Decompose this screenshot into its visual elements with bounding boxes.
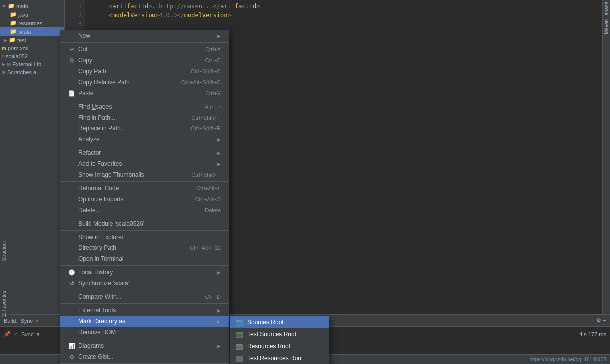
shortcut-paste: Ctrl+V xyxy=(205,90,221,96)
menu-item-show-explorer[interactable]: Show in Explorer xyxy=(60,232,229,243)
menu-item-local-history[interactable]: 🕐 Local History ▶ xyxy=(60,267,229,278)
menu-item-analyze[interactable]: Analyze ▶ xyxy=(60,134,229,145)
shortcut-delete: Delete xyxy=(205,207,221,213)
sidebar-item-scratches[interactable]: ✱ Scratches a... xyxy=(0,68,64,76)
menu-item-replace-in-path[interactable]: Replace in Path... Ctrl+Shift+R xyxy=(60,123,229,134)
menu-item-open-terminal[interactable]: Open in Terminal xyxy=(60,253,229,264)
menu-item-reformat[interactable]: Reformat Code Ctrl+Alt+L xyxy=(60,183,229,194)
menu-item-create-gist[interactable]: ⊙ Create Gist... xyxy=(60,351,229,362)
menu-label-new: New xyxy=(78,32,90,39)
menu-label-mark-dir: Mark Directory as xyxy=(78,318,125,325)
sync-icon: ↺ xyxy=(68,280,75,287)
resources-root-icon xyxy=(235,343,243,350)
menu-item-synchronize[interactable]: ↺ Synchronize 'scala' xyxy=(60,278,229,289)
menu-item-copy-relative-path[interactable]: Copy Relative Path Ctrl+Alt+Shift+C xyxy=(60,77,229,88)
sidebar-item-resources[interactable]: 📁 resources xyxy=(0,19,64,27)
menu-label-dir-path: Directory Path xyxy=(78,244,116,251)
menu-item-find-in-path[interactable]: Find in Path... Ctrl+Shift+F xyxy=(60,112,229,123)
menu-label-gist: Create Gist... xyxy=(78,353,114,360)
folder-icon: 📁 xyxy=(9,37,16,43)
submenu-item-test-sources-root[interactable]: Test Sources Root xyxy=(230,328,329,340)
sidebar-item-pom[interactable]: m pom.xml xyxy=(0,44,64,52)
menu-item-external-tools[interactable]: External Tools ▶ xyxy=(60,305,229,316)
submenu-item-resources-root[interactable]: Resources Root xyxy=(230,340,329,352)
separator xyxy=(60,303,229,304)
sidebar-label-scala: scala xyxy=(18,29,31,35)
menu-label-optimize: Optimize Imports xyxy=(78,196,124,203)
separator xyxy=(60,42,229,43)
menu-label-external-tools: External Tools xyxy=(78,307,116,314)
right-panel-label-maven[interactable]: Maven xyxy=(603,17,610,36)
svg-rect-6 xyxy=(236,346,242,349)
sidebar-label-scratches: Scratches a... xyxy=(7,69,41,75)
sidebar-item-scala[interactable]: 📁 scala xyxy=(0,27,64,36)
shortcut-compare: Ctrl+D xyxy=(205,294,221,300)
menu-label-copy-relative: Copy Relative Path xyxy=(78,79,130,86)
menu-label-explorer: Show in Explorer xyxy=(78,234,124,241)
separator xyxy=(60,290,229,290)
minimize-icon[interactable]: − xyxy=(603,317,606,324)
check-icon: ✓ xyxy=(14,331,18,337)
shortcut-find-path: Ctrl+Shift+F xyxy=(191,115,221,121)
menu-item-add-favorites[interactable]: Add to Favorites ▶ xyxy=(60,158,229,169)
menu-item-delete[interactable]: Delete... Delete xyxy=(60,205,229,216)
menu-label-delete: Delete... xyxy=(78,207,101,214)
menu-item-paste[interactable]: 📄 Paste Ctrl+V xyxy=(60,88,229,99)
context-menu: New ▶ ✂ Cut Ctrl+X ⎘ Copy Ctrl+C Copy Pa… xyxy=(60,30,229,364)
sidebar-item-java[interactable]: 📁 java xyxy=(0,10,64,19)
shortcut-dir-path: Ctrl+Alt+F12 xyxy=(190,245,221,251)
menu-label-remove-bom: Remove BOM xyxy=(78,329,116,336)
shortcut-find-usages: Alt+F7 xyxy=(205,104,221,110)
shortcut-copy-path: Ctrl+Shift+C xyxy=(191,68,221,74)
shortcut-copy: Ctrl+C xyxy=(205,57,221,63)
menu-item-cut[interactable]: ✂ Cut Ctrl+X xyxy=(60,44,229,55)
menu-item-copy-path[interactable]: Copy Path Ctrl+Shift+C xyxy=(60,66,229,77)
menu-label-terminal: Open in Terminal xyxy=(78,255,124,262)
submenu-item-sources-root[interactable]: Sources Root xyxy=(230,316,329,328)
menu-item-copy[interactable]: ⎘ Copy Ctrl+C xyxy=(60,55,229,66)
menu-label-build: Build Module 'scala0526' xyxy=(78,220,144,227)
shortcut-copy-relative: Ctrl+Alt+Shift+C xyxy=(181,79,221,85)
submenu-label-test-resources: Test Resources Root xyxy=(247,355,303,362)
submenu-mark-directory: Sources Root Test Sources Root xyxy=(230,316,329,364)
favorites-label: 2: Favorites xyxy=(1,291,7,317)
menu-label-analyze: Analyze xyxy=(78,136,100,143)
sidebar-item-main[interactable]: ▼ 📁 main xyxy=(0,2,64,10)
sync-label[interactable]: Sync xyxy=(21,318,33,324)
structure-tab[interactable]: Structure xyxy=(0,239,9,263)
sidebar-item-external-lib[interactable]: ▶ ⊞ External Lib... xyxy=(0,60,64,68)
close-button[interactable]: × xyxy=(36,318,39,324)
submenu-label-resources: Resources Root xyxy=(247,343,290,350)
submenu-item-test-resources-root[interactable]: Test Resources Root xyxy=(230,352,329,364)
structure-label: Structure xyxy=(1,241,7,261)
menu-label-paste: Paste xyxy=(78,90,94,97)
menu-item-build[interactable]: Build Module 'scala0526' xyxy=(60,218,229,229)
menu-item-directory-path[interactable]: Directory Path Ctrl+Alt+F12 xyxy=(60,243,229,253)
menu-item-show-image[interactable]: Show Image Thumbnails Ctrl+Shift+T xyxy=(60,169,229,180)
favorites-tab[interactable]: 2: Favorites xyxy=(0,289,9,319)
cut-icon: ✂ xyxy=(68,46,75,53)
sidebar-item-test[interactable]: ▶ 📁 test xyxy=(0,36,64,44)
svg-rect-8 xyxy=(236,358,242,361)
arrow-icon: ▶ xyxy=(217,33,221,39)
menu-item-mark-directory[interactable]: Mark Directory as ▶ Sources Root xyxy=(60,316,229,327)
right-panel-label-database[interactable]: abase xyxy=(603,0,610,17)
sidebar-item-scala052[interactable]: s scala052 xyxy=(0,52,64,60)
menu-item-compare-with[interactable]: Compare With... Ctrl+D xyxy=(60,291,229,302)
menu-item-new[interactable]: New ▶ xyxy=(60,30,229,41)
menu-item-diagrams[interactable]: 📊 Diagrams ▶ xyxy=(60,340,229,351)
menu-label-synchronize: Synchronize 'scala' xyxy=(78,280,129,287)
menu-item-optimize[interactable]: Optimize Imports Ctrl+Alt+O xyxy=(60,194,229,205)
menu-item-refactor[interactable]: Refactor ▶ xyxy=(60,147,229,158)
separator xyxy=(60,363,229,364)
menu-label-reformat: Reformat Code xyxy=(78,185,119,192)
svg-rect-4 xyxy=(236,334,242,337)
arrow-icon: ▶ xyxy=(217,308,221,313)
status-url: https://blog.csdn.net/qq_16148108 xyxy=(530,357,606,362)
sidebar-label-test: test xyxy=(17,37,26,43)
svg-rect-2 xyxy=(236,322,242,325)
menu-item-find-usages[interactable]: Find Usages Alt+F7 xyxy=(60,101,229,112)
settings-icon[interactable]: ⚙ xyxy=(596,317,601,324)
menu-item-remove-bom[interactable]: Remove BOM xyxy=(60,327,229,338)
project-sidebar: ▼ 📁 main 📁 java 📁 resources 📁 scala ▶ 📁 … xyxy=(0,0,65,364)
